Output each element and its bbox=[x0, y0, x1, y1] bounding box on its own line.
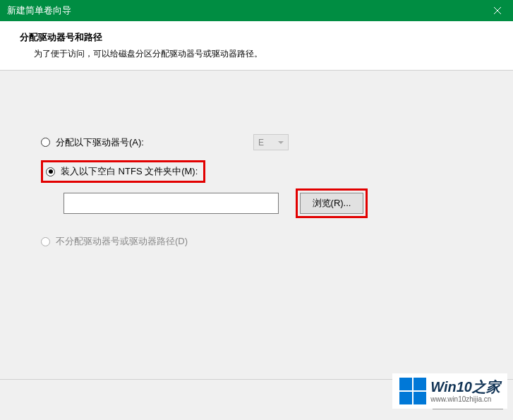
option-label: 分配以下驱动器号(A): bbox=[56, 136, 144, 149]
close-icon bbox=[494, 7, 501, 14]
wizard-content: 分配以下驱动器号(A): E 装入以下空白 NTFS 文件夹中(M): 浏览(R… bbox=[0, 71, 513, 272]
windows-logo-icon bbox=[399, 378, 426, 404]
mount-path-input[interactable] bbox=[64, 193, 279, 214]
mount-path-row: 浏览(R)... bbox=[64, 188, 485, 218]
wizard-header: 分配驱动器号和路径 为了便于访问，可以给磁盘分区分配驱动器号或驱动器路径。 bbox=[0, 21, 513, 71]
highlight-annotation: 装入以下空白 NTFS 文件夹中(M): bbox=[41, 160, 205, 183]
radio-icon bbox=[41, 138, 50, 147]
radio-icon bbox=[41, 237, 50, 246]
watermark-title: Win10之家 bbox=[430, 379, 500, 395]
option-mount-folder[interactable]: 装入以下空白 NTFS 文件夹中(M): bbox=[41, 160, 485, 183]
radio-icon bbox=[46, 167, 55, 176]
watermark-url: www.win10zhijia.cn bbox=[430, 395, 500, 404]
drive-letter-select: E bbox=[253, 134, 289, 150]
browse-button[interactable]: 浏览(R)... bbox=[300, 193, 363, 214]
page-subheading: 为了便于访问，可以给磁盘分区分配驱动器号或驱动器路径。 bbox=[20, 48, 499, 60]
option-label: 不分配驱动器号或驱动器路径(D) bbox=[56, 235, 188, 248]
page-heading: 分配驱动器号和路径 bbox=[20, 31, 499, 44]
window-title: 新建简单卷向导 bbox=[7, 4, 481, 17]
close-button[interactable] bbox=[481, 0, 513, 21]
option-label: 装入以下空白 NTFS 文件夹中(M): bbox=[61, 165, 198, 178]
highlight-annotation: 浏览(R)... bbox=[296, 188, 368, 218]
watermark: Win10之家 www.win10zhijia.cn bbox=[392, 373, 507, 409]
option-no-assign[interactable]: 不分配驱动器号或驱动器路径(D) bbox=[41, 235, 485, 248]
option-assign-letter[interactable]: 分配以下驱动器号(A): E bbox=[41, 134, 485, 150]
titlebar: 新建简单卷向导 bbox=[0, 0, 513, 21]
